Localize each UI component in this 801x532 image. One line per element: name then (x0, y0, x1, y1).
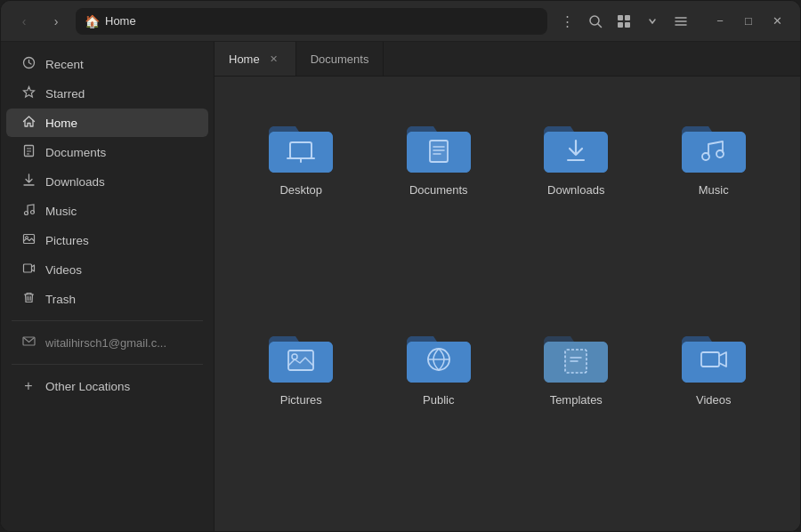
folder-pictures-icon (265, 326, 336, 386)
documents-label: Documents (45, 146, 106, 159)
trash-sidebar-icon (20, 291, 36, 307)
folder-documents-icon (403, 116, 474, 176)
svg-rect-3 (625, 15, 630, 20)
folder-templates-icon (540, 326, 611, 386)
chevron-down-icon (648, 17, 657, 26)
sidebar-divider-2 (12, 364, 203, 365)
videos-sidebar-icon (20, 262, 36, 278)
sidebar-item-videos[interactable]: Videos (6, 255, 208, 284)
svg-rect-27 (430, 141, 448, 162)
folder-public-icon (403, 326, 474, 386)
titlebar-actions: ⋮ (554, 9, 693, 34)
folder-public[interactable]: Public (381, 315, 498, 504)
folder-videos-label: Videos (696, 393, 732, 407)
svg-rect-19 (23, 264, 31, 272)
window-controls: − □ ✕ (708, 9, 789, 34)
folder-templates-label: Templates (550, 393, 603, 407)
sidebar-item-documents[interactable]: Documents (6, 138, 208, 166)
trash-label: Trash (45, 293, 76, 306)
view-grid-button[interactable] (611, 9, 636, 34)
sidebar-item-home[interactable]: Home (6, 109, 208, 137)
window: ‹ › 🏠 Home ⋮ (0, 0, 801, 532)
svg-point-16 (30, 211, 34, 214)
sidebar-email-account[interactable]: witalihirsch1@gmail.c... (6, 328, 208, 357)
downloads-label: Downloads (45, 175, 105, 189)
back-button[interactable]: ‹ (12, 9, 36, 34)
documents-sidebar-icon (20, 144, 36, 160)
sidebar-item-recent[interactable]: Recent (6, 50, 208, 78)
recent-label: Recent (45, 58, 84, 71)
forward-button[interactable]: › (44, 9, 69, 34)
tab-home-label: Home (229, 52, 260, 66)
pictures-sidebar-icon (20, 232, 36, 248)
folder-music[interactable]: Music (656, 105, 773, 294)
folder-music-label: Music (699, 183, 729, 197)
folder-videos[interactable]: Videos (656, 315, 773, 504)
music-label: Music (45, 205, 77, 218)
sidebar-item-trash[interactable]: Trash (6, 285, 208, 313)
svg-rect-34 (288, 351, 313, 370)
sidebar-item-starred[interactable]: Starred (6, 79, 208, 108)
folder-pictures-label: Pictures (280, 393, 322, 407)
close-button[interactable]: ✕ (765, 9, 789, 34)
recent-icon (20, 56, 36, 72)
tab-home[interactable]: Home ✕ (214, 42, 296, 76)
list-view-icon (674, 14, 688, 28)
sidebar-item-downloads[interactable]: Downloads (6, 167, 208, 196)
home-sidebar-icon (20, 115, 36, 131)
svg-rect-4 (618, 22, 623, 28)
music-sidebar-icon (20, 203, 36, 219)
other-locations-label: Other Locations (45, 380, 130, 393)
list-view-button[interactable] (668, 9, 693, 34)
home-label: Home (45, 117, 77, 130)
home-location-icon: 🏠 (85, 14, 100, 28)
email-label: witalihirsch1@gmail.c... (45, 336, 166, 350)
file-grid: Desktop Documents (214, 77, 800, 531)
email-icon (20, 335, 36, 351)
sidebar-divider-1 (12, 320, 203, 321)
folder-downloads-icon (540, 116, 611, 176)
svg-line-1 (598, 24, 602, 28)
view-dropdown-button[interactable] (640, 9, 665, 34)
tab-bar: Home ✕ Documents (214, 42, 800, 77)
location-bar: 🏠 Home (76, 8, 547, 35)
tab-documents[interactable]: Documents (296, 42, 384, 76)
plus-icon: + (20, 378, 36, 394)
svg-rect-5 (625, 22, 630, 28)
search-button[interactable] (583, 9, 608, 34)
folder-documents[interactable]: Documents (381, 105, 498, 294)
folder-videos-icon (678, 326, 749, 386)
sidebar: Recent Starred Home (1, 42, 214, 531)
maximize-button[interactable]: □ (736, 9, 761, 34)
downloads-sidebar-icon (20, 173, 36, 189)
folder-desktop-label: Desktop (279, 183, 322, 197)
folder-pictures[interactable]: Pictures (243, 315, 360, 504)
star-icon (20, 85, 36, 101)
sidebar-item-pictures[interactable]: Pictures (6, 226, 208, 254)
folder-downloads[interactable]: Downloads (518, 105, 635, 294)
menu-button[interactable]: ⋮ (554, 9, 579, 34)
videos-label: Videos (45, 263, 82, 277)
sidebar-item-other-locations[interactable]: + Other Locations (6, 372, 208, 400)
folder-documents-label: Documents (409, 183, 468, 197)
search-icon (588, 14, 603, 28)
folder-public-label: Public (423, 393, 454, 407)
folder-desktop-icon (265, 116, 336, 176)
pictures-label: Pictures (45, 234, 89, 247)
tab-documents-label: Documents (311, 52, 369, 66)
folder-templates[interactable]: Templates (518, 315, 635, 504)
tab-home-close[interactable]: ✕ (267, 52, 281, 66)
grid-view-icon (617, 14, 631, 28)
folder-desktop[interactable]: Desktop (243, 105, 360, 294)
folder-music-icon (678, 116, 749, 176)
location-label: Home (105, 14, 136, 28)
content-area: Home ✕ Documents (214, 42, 800, 531)
main-layout: Recent Starred Home (1, 42, 800, 531)
starred-label: Starred (45, 87, 85, 101)
titlebar: ‹ › 🏠 Home ⋮ (1, 1, 800, 42)
minimize-button[interactable]: − (708, 9, 732, 34)
folder-downloads-label: Downloads (547, 183, 604, 197)
sidebar-item-music[interactable]: Music (6, 197, 208, 225)
svg-rect-2 (618, 15, 623, 20)
